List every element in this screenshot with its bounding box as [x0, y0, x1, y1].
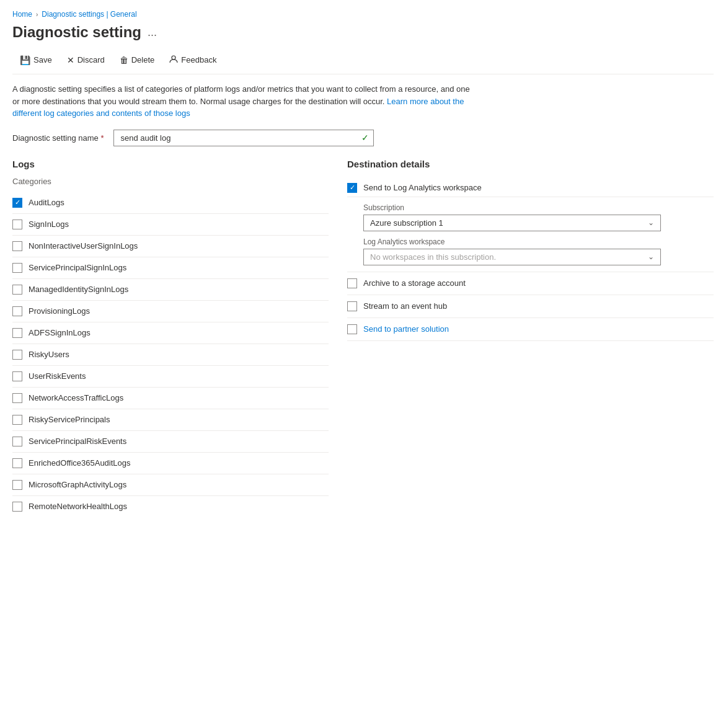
eventhub-checkbox[interactable]: [347, 301, 357, 311]
page-container: Home › Diagnostic settings | General Dia…: [0, 0, 726, 527]
feedback-icon: [169, 55, 178, 65]
workspace-chevron-icon: ⌄: [648, 252, 654, 261]
category-row: NonInteractiveUserSignInLogs: [12, 236, 329, 257]
description-text: A diagnostic setting specifies a list of…: [12, 83, 471, 120]
delete-label: Delete: [131, 55, 155, 64]
logs-section-header: Logs: [12, 159, 329, 169]
category-row: RiskyServicePrincipals: [12, 409, 329, 431]
category-checkbox-msgraph[interactable]: [12, 480, 22, 490]
delete-icon: 🗑: [120, 55, 128, 65]
save-icon: 💾: [20, 55, 30, 65]
category-checkbox-adfs[interactable]: [12, 328, 22, 338]
breadcrumb-diagnostic-settings[interactable]: Diagnostic settings | General: [42, 10, 136, 19]
storage-checkbox[interactable]: [347, 278, 357, 288]
category-checkbox-spriskevent[interactable]: [12, 437, 22, 446]
storage-label: Archive to a storage account: [363, 278, 466, 288]
svg-point-0: [172, 56, 175, 60]
destination-column: Destination details Send to Log Analytic…: [347, 159, 714, 517]
category-checkbox-audit[interactable]: [12, 198, 22, 208]
save-button[interactable]: 💾 Save: [12, 51, 60, 69]
category-checkbox-serviceprincipal[interactable]: [12, 263, 22, 273]
category-row: ServicePrincipalRiskEvents: [12, 431, 329, 453]
category-label-enriched: EnrichedOffice365AuditLogs: [29, 458, 131, 468]
delete-button[interactable]: 🗑 Delete: [112, 51, 162, 69]
category-row: NetworkAccessTrafficLogs: [12, 388, 329, 409]
subscription-group: Subscription Azure subscription 1 ⌄ Log …: [347, 197, 714, 272]
category-row: RemoteNetworkHealthLogs: [12, 496, 329, 517]
workspace-label: Log Analytics workspace: [363, 237, 714, 246]
categories-list: AuditLogsSignInLogsNonInteractiveUserSig…: [12, 192, 329, 517]
breadcrumb: Home › Diagnostic settings | General: [12, 10, 714, 19]
discard-button[interactable]: ✕ Discard: [60, 51, 112, 69]
required-marker: *: [100, 133, 104, 143]
category-checkbox-remotenetwork[interactable]: [12, 502, 22, 512]
category-checkbox-riskyservice[interactable]: [12, 415, 22, 425]
destination-header: Destination details: [347, 159, 714, 169]
category-label-riskyusers: RiskyUsers: [29, 350, 69, 359]
category-label-managedidentity: ManagedIdentitySignInLogs: [29, 285, 128, 294]
category-label-provisioning: ProvisioningLogs: [29, 306, 90, 316]
category-row: ManagedIdentitySignInLogs: [12, 279, 329, 301]
subscription-chevron-icon: ⌄: [648, 218, 654, 227]
category-label-audit: AuditLogs: [29, 198, 64, 207]
storage-row: Archive to a storage account: [347, 272, 714, 295]
category-label-msgraph: MicrosoftGraphActivityLogs: [29, 480, 126, 489]
page-title: Diagnostic setting: [12, 24, 141, 41]
save-label: Save: [33, 55, 52, 64]
category-label-networkacess: NetworkAccessTrafficLogs: [29, 393, 123, 402]
toolbar: 💾 Save ✕ Discard 🗑 Delete Feedback: [12, 51, 714, 74]
category-checkbox-signin[interactable]: [12, 220, 22, 229]
category-row: RiskyUsers: [12, 344, 329, 366]
category-row: EnrichedOffice365AuditLogs: [12, 453, 329, 474]
category-label-signin: SignInLogs: [29, 220, 69, 229]
logs-sub-header: Categories: [12, 177, 329, 186]
input-valid-icon: ✓: [361, 133, 369, 143]
category-row: ADFSSignInLogs: [12, 322, 329, 344]
category-label-remotenetwork: RemoteNetworkHealthLogs: [29, 502, 127, 511]
page-title-row: Diagnostic setting ...: [12, 24, 714, 41]
subscription-label: Subscription: [363, 203, 714, 212]
category-checkbox-enriched[interactable]: [12, 458, 22, 468]
category-row: UserRiskEvents: [12, 366, 329, 388]
page-title-more-options[interactable]: ...: [148, 26, 157, 39]
category-label-riskyservice: RiskyServicePrincipals: [29, 415, 110, 424]
discard-label: Discard: [77, 55, 105, 64]
workspace-value: No workspaces in this subscription.: [370, 252, 496, 262]
category-checkbox-noninteractive[interactable]: [12, 241, 22, 251]
category-label-spriskevent: ServicePrincipalRiskEvents: [29, 437, 126, 446]
diagnostic-name-input-wrap: ✓: [113, 130, 374, 146]
log-analytics-row: Send to Log Analytics workspace: [347, 177, 714, 197]
main-content: Logs Categories AuditLogsSignInLogsNonIn…: [12, 159, 714, 517]
discard-icon: ✕: [67, 55, 74, 65]
breadcrumb-sep-1: ›: [36, 11, 38, 18]
category-checkbox-networkacess[interactable]: [12, 393, 22, 403]
log-analytics-checkbox[interactable]: [347, 183, 357, 193]
diagnostic-name-input[interactable]: [113, 130, 374, 146]
category-checkbox-userrisk[interactable]: [12, 371, 22, 381]
feedback-button[interactable]: Feedback: [162, 51, 224, 69]
diagnostic-name-label: Diagnostic setting name *: [12, 133, 104, 143]
category-row: MicrosoftGraphActivityLogs: [12, 474, 329, 496]
category-row: AuditLogs: [12, 192, 329, 214]
eventhub-label: Stream to an event hub: [363, 301, 447, 311]
category-label-noninteractive: NonInteractiveUserSignInLogs: [29, 241, 138, 251]
category-row: ServicePrincipalSignInLogs: [12, 257, 329, 279]
workspace-dropdown[interactable]: No workspaces in this subscription. ⌄: [363, 249, 661, 265]
subscription-dropdown[interactable]: Azure subscription 1 ⌄: [363, 215, 661, 231]
category-checkbox-provisioning[interactable]: [12, 306, 22, 316]
logs-column: Logs Categories AuditLogsSignInLogsNonIn…: [12, 159, 347, 517]
subscription-value: Azure subscription 1: [370, 218, 443, 228]
category-row: SignInLogs: [12, 214, 329, 236]
category-label-adfs: ADFSSignInLogs: [29, 328, 91, 337]
feedback-label: Feedback: [181, 55, 216, 64]
category-checkbox-riskyusers[interactable]: [12, 350, 22, 360]
category-checkbox-managedidentity[interactable]: [12, 285, 22, 295]
partner-label: Send to partner solution: [363, 324, 449, 334]
eventhub-row: Stream to an event hub: [347, 295, 714, 318]
diagnostic-name-row: Diagnostic setting name * ✓: [12, 130, 714, 146]
category-label-serviceprincipal: ServicePrincipalSignInLogs: [29, 263, 126, 272]
category-label-userrisk: UserRiskEvents: [29, 371, 86, 381]
breadcrumb-home[interactable]: Home: [12, 10, 32, 19]
partner-row: Send to partner solution: [347, 318, 714, 341]
partner-checkbox[interactable]: [347, 324, 357, 334]
